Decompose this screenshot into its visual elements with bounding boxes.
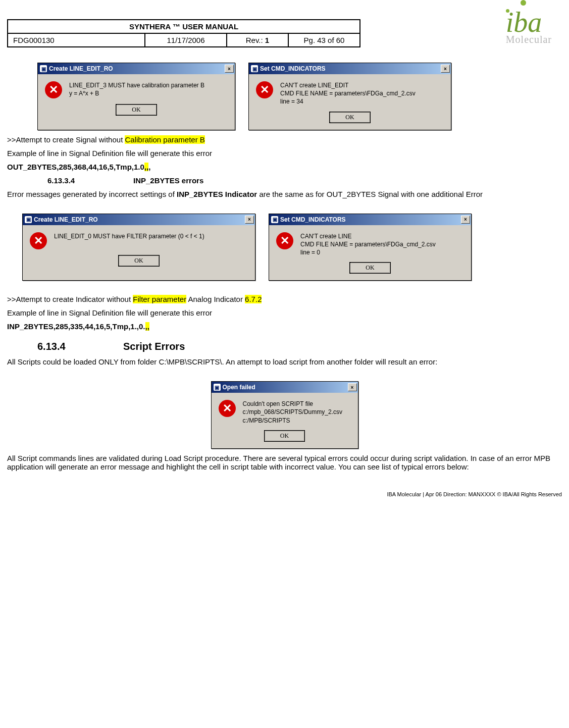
dialog-title: Open failed [223,384,255,391]
close-icon[interactable]: × [245,216,254,224]
dialog-row-2: ▣ Create LINE_EDIT_RO × ✕ LINE_EDIT_0 MU… [22,214,562,281]
dialog-message: Couldn't open SCRIPT file c:/mpb_068/SCR… [243,400,342,425]
error-icon: ✕ [256,81,273,98]
titlebar: ▣ Set CMD_INDICATORS × [249,63,451,74]
system-icon: ▣ [40,65,47,72]
dialog-row-3: ▣ Open failed × ✕ Couldn't open SCRIPT f… [7,381,562,449]
logo-text: iba [506,11,552,34]
doc-rev: Rev.: 1 [227,33,288,47]
doc-date: 11/17/2006 [145,33,227,47]
logo-subtext: Molecular [506,34,552,45]
doc-page: Pg. 43 of 60 [288,33,360,47]
ok-button[interactable]: OK [119,255,159,266]
paragraph: Error messages generated by incorrect se… [7,190,562,198]
system-icon: ▣ [25,216,32,223]
page-footer: IBA Molecular | Apr 06 Direction: MANXXX… [7,491,562,497]
system-icon: ▣ [214,384,221,391]
highlight: Filter parameter [133,295,186,303]
titlebar: ▣ Create LINE_EDIT_RO × [38,63,235,74]
close-icon[interactable]: × [461,216,470,224]
titlebar: ▣ Set CMD_INDICATORS × [269,214,471,225]
dialog-set-cmd-2: ▣ Set CMD_INDICATORS × ✕ CAN'T create LI… [269,214,472,281]
code-line: INP_2BYTES,285,335,44,16,5,Tmp,1.,0.,, [7,322,562,331]
highlight: ,, [144,163,148,171]
company-logo: iba Molecular [506,6,552,45]
dialog-message: CAN'T create LINE_EDIT CMD FILE NAME = p… [280,81,416,106]
dialog-message: CAN'T create LINE CMD FILE NAME = parame… [300,232,436,257]
dialog-message: LINE_EDIT_0 MUST have FILTER parameter (… [54,232,204,240]
ok-button[interactable]: OK [330,112,370,123]
section-title: Script Errors [123,341,185,352]
doc-id: FDG000130 [8,33,145,47]
section-number: 6.13.4 [37,341,123,352]
section-heading: 6.13.4Script Errors [37,341,562,352]
close-icon[interactable]: × [348,383,357,391]
dialog-title: Create LINE_EDIT_RO [49,65,113,72]
system-icon: ▣ [271,216,278,223]
system-icon: ▣ [251,65,258,72]
error-icon: ✕ [45,81,62,98]
close-icon[interactable]: × [225,65,234,73]
dialog-set-cmd-1: ▣ Set CMD_INDICATORS × ✕ CAN'T create LI… [248,63,451,130]
error-icon: ✕ [276,232,293,249]
highlight: Calibration parameter B [125,135,204,144]
paragraph: Example of line in Signal Definition fil… [7,308,562,317]
paragraph: >>Attempt to create Signal without Calib… [7,135,562,144]
titlebar: ▣ Create LINE_EDIT_RO × [23,214,255,225]
highlight: 6.7.2 [245,295,262,303]
ok-button[interactable]: OK [350,263,390,273]
titlebar: ▣ Open failed × [212,382,358,393]
dialog-title: Create LINE_EDIT_RO [34,216,98,223]
error-icon: ✕ [219,400,236,417]
header-table: SYNTHERA ™ USER MANUAL FDG000130 11/17/2… [7,19,360,47]
close-icon[interactable]: × [441,65,450,73]
ok-button[interactable]: OK [265,431,304,441]
ok-button[interactable]: OK [116,105,156,115]
dialog-open-failed: ▣ Open failed × ✕ Couldn't open SCRIPT f… [211,381,358,449]
section-title: INP_2BYTES errors [133,176,203,185]
dialog-create-line-edit-1: ▣ Create LINE_EDIT_RO × ✕ LINE_EDIT_3 MU… [37,63,235,130]
section-heading: 6.13.3.4INP_2BYTES errors [47,176,562,185]
paragraph: All Scripts could be loaded ONLY from fo… [7,357,562,366]
dialog-title: Set CMD_INDICATORS [280,216,346,223]
dialog-title: Set CMD_INDICATORS [260,65,326,72]
paragraph: All Script commands lines are validated … [7,454,562,471]
paragraph: >>Attempt to create Indicator without Fi… [7,295,562,303]
document-header: SYNTHERA ™ USER MANUAL FDG000130 11/17/2… [7,6,562,47]
code-line: OUT_2BYTES,285,368,44,16,5,Tmp,1.0,,, [7,163,562,171]
dialog-create-line-edit-2: ▣ Create LINE_EDIT_RO × ✕ LINE_EDIT_0 MU… [22,214,255,281]
dialog-message: LINE_EDIT_3 MUST have calibration parame… [69,81,204,97]
error-icon: ✕ [30,232,47,249]
dialog-row-1: ▣ Create LINE_EDIT_RO × ✕ LINE_EDIT_3 MU… [37,63,562,130]
highlight: ,, [145,322,149,331]
paragraph: Example of line in Signal Definition fil… [7,149,562,158]
doc-title: SYNTHERA ™ USER MANUAL [8,20,360,33]
section-number: 6.13.3.4 [47,176,133,185]
